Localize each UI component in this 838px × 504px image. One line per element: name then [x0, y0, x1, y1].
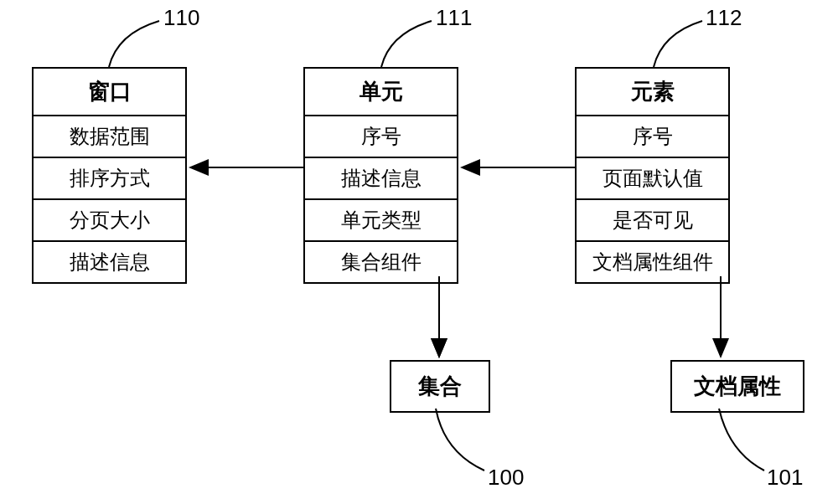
- entity-attr: 描述信息: [305, 158, 457, 200]
- callout-110: [109, 21, 159, 67]
- child-box-collection: 集合: [390, 360, 490, 413]
- entity-title: 单元: [305, 69, 457, 116]
- entity-attr: 序号: [577, 116, 728, 158]
- callout-101: [719, 409, 764, 471]
- label-112: 112: [706, 5, 742, 31]
- entity-title: 窗口: [34, 69, 185, 116]
- entity-box-unit: 单元 序号 描述信息 单元类型 集合组件: [303, 67, 458, 284]
- entity-attr: 文档属性组件: [577, 242, 728, 282]
- label-101: 101: [767, 465, 803, 491]
- child-box-doc-attr: 文档属性: [670, 360, 804, 413]
- callout-100: [436, 409, 484, 471]
- entity-attr: 是否可见: [577, 200, 728, 242]
- label-111: 111: [436, 5, 472, 31]
- entity-attr: 描述信息: [34, 242, 185, 282]
- entity-attr: 序号: [305, 116, 457, 158]
- callout-112: [654, 21, 702, 67]
- entity-attr: 单元类型: [305, 200, 457, 242]
- label-100: 100: [488, 465, 524, 491]
- entity-attr: 数据范围: [34, 116, 185, 158]
- entity-title: 元素: [577, 69, 728, 116]
- entity-attr: 排序方式: [34, 158, 185, 200]
- entity-attr: 集合组件: [305, 242, 457, 282]
- label-110: 110: [163, 5, 199, 31]
- entity-box-window: 窗口 数据范围 排序方式 分页大小 描述信息: [32, 67, 187, 284]
- entity-attr: 分页大小: [34, 200, 185, 242]
- entity-box-element: 元素 序号 页面默认值 是否可见 文档属性组件: [575, 67, 730, 284]
- entity-attr: 页面默认值: [577, 158, 728, 200]
- callout-111: [381, 21, 432, 67]
